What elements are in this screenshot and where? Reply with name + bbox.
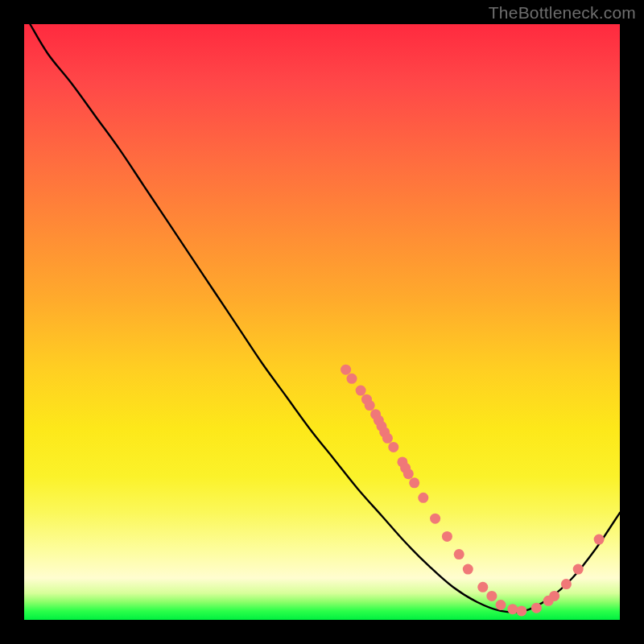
data-marker bbox=[463, 564, 473, 575]
data-marker bbox=[347, 374, 357, 384]
plot-area bbox=[24, 24, 620, 620]
data-marker bbox=[516, 605, 526, 616]
data-marker bbox=[430, 514, 440, 524]
bottleneck-curve bbox=[30, 24, 620, 613]
data-marker bbox=[388, 442, 398, 452]
data-marker bbox=[507, 604, 518, 614]
data-marker bbox=[496, 600, 506, 610]
data-marker bbox=[477, 582, 488, 592]
data-marker bbox=[549, 591, 559, 601]
data-marker bbox=[365, 400, 375, 411]
data-marker bbox=[382, 433, 393, 444]
data-marker bbox=[573, 564, 584, 575]
data-markers bbox=[341, 365, 604, 617]
data-marker bbox=[442, 531, 452, 542]
data-marker bbox=[418, 493, 428, 503]
data-marker bbox=[486, 591, 497, 601]
data-marker bbox=[561, 579, 572, 589]
data-marker bbox=[341, 365, 351, 375]
data-marker bbox=[531, 603, 542, 613]
chart-svg bbox=[24, 24, 620, 620]
data-marker bbox=[594, 535, 605, 545]
data-marker bbox=[403, 469, 414, 479]
chart-stage: TheBottleneck.com bbox=[0, 0, 644, 644]
data-marker bbox=[409, 477, 419, 488]
attribution-text: TheBottleneck.com bbox=[489, 3, 636, 23]
data-marker bbox=[454, 549, 464, 559]
data-marker bbox=[356, 386, 366, 396]
